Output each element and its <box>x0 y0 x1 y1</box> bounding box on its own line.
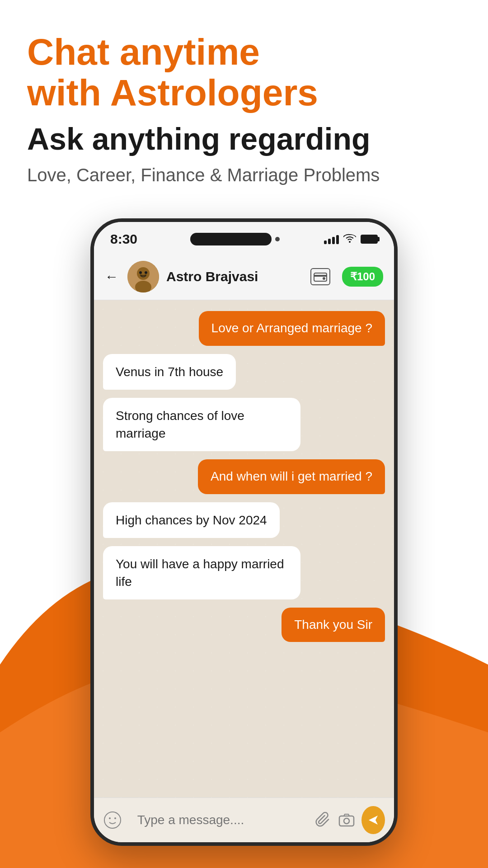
headline-line1: Chat anytime <box>27 31 260 72</box>
subheadline: Ask anything regarding <box>27 122 461 156</box>
message-input[interactable] <box>128 807 308 834</box>
status-notch <box>190 233 272 245</box>
avatar <box>127 261 159 292</box>
svg-rect-6 <box>314 273 327 281</box>
chat-header: ← Astro Brajvasi <box>94 254 394 300</box>
sent-message: Love or Arranged marriage ? <box>199 311 385 345</box>
svg-point-9 <box>104 812 121 828</box>
emoji-button[interactable] <box>103 809 122 831</box>
svg-point-11 <box>114 817 116 819</box>
send-button[interactable] <box>361 806 385 834</box>
subtext: Love, Career, Finance & Marriage Problem… <box>27 163 461 187</box>
svg-point-8 <box>323 277 325 280</box>
chat-name: Astro Brajvasi <box>166 269 303 284</box>
camera-button[interactable] <box>338 810 355 830</box>
phone-frame: 8:30 ← <box>90 218 398 846</box>
attach-button[interactable] <box>314 810 332 830</box>
back-button[interactable]: ← <box>105 269 118 284</box>
svg-point-10 <box>109 817 111 819</box>
phone-wrapper: 8:30 ← <box>0 218 488 846</box>
svg-point-2 <box>137 267 150 280</box>
status-icons <box>324 233 378 245</box>
balance-badge: ₹100 <box>342 267 383 287</box>
sent-message: And when will i get married ? <box>198 459 385 494</box>
svg-point-4 <box>139 271 142 274</box>
chat-body: Love or Arranged marriage ?Venus in 7th … <box>94 300 394 797</box>
svg-point-5 <box>145 271 147 274</box>
status-bar: 8:30 <box>94 222 394 254</box>
received-message: High chances by Nov 2024 <box>103 502 280 538</box>
header-section: Chat anytime with Astrologers Ask anythi… <box>0 0 488 200</box>
chat-input-bar <box>94 797 394 842</box>
svg-point-13 <box>344 818 349 824</box>
sent-message: Thank you Sir <box>282 608 385 642</box>
status-time: 8:30 <box>110 231 137 247</box>
received-message: Strong chances of love marriage <box>103 398 300 451</box>
avatar-image <box>127 261 159 292</box>
battery-icon <box>361 235 378 244</box>
svg-rect-7 <box>314 275 327 277</box>
received-message: Venus in 7th house <box>103 354 236 390</box>
wallet-icon[interactable] <box>310 268 330 285</box>
headline-orange: Chat anytime with Astrologers <box>27 32 461 113</box>
received-message: You will have a happy married life <box>103 546 300 599</box>
signal-icon <box>324 234 339 244</box>
page-wrapper: Chat anytime with Astrologers Ask anythi… <box>0 0 488 868</box>
wifi-icon <box>343 233 356 245</box>
svg-rect-12 <box>339 816 354 826</box>
headline-line2: with Astrologers <box>27 72 318 113</box>
